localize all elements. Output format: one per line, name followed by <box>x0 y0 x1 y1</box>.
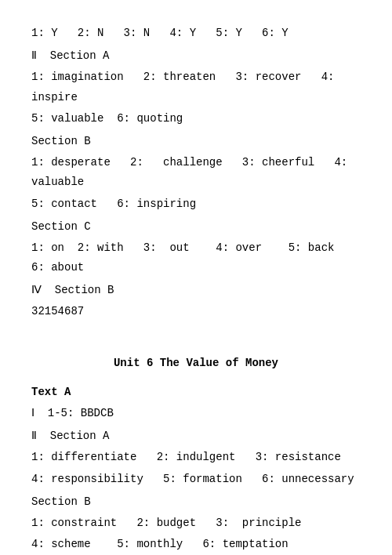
sectionC-label: Section C <box>31 217 361 237</box>
roman1-line: Ⅰ 1-5: BBDCB <box>31 404 361 423</box>
sectionA-line2: 5: valuable 6: quoting <box>31 109 361 129</box>
sectionC-line1: 1: on 2: with 3: out 4: over 5: back 6: … <box>31 238 361 278</box>
cur-sectionA-line1: 1: differentiate 2: indulgent 3: resista… <box>31 448 361 467</box>
sectionB-line2: 5: contact 6: inspiring <box>31 194 361 214</box>
cur-sectionA-line2: 4: responsibility 5: formation 6: unnece… <box>31 470 361 489</box>
code-line: 32154687 <box>31 302 361 321</box>
prev-section: 1: Y 2: N 3: N 4: Y 5: Y 6: Y Ⅱ Section … <box>31 24 361 322</box>
roman4-heading: Ⅳ Section B <box>31 281 361 300</box>
sectionB-label: Section B <box>31 132 361 151</box>
sectionA-line1: 1: imagination 2: threaten 3: recover 4:… <box>31 67 361 107</box>
sectionB-line1: 1: desperate 2: challenge 3: cheerful 4:… <box>31 153 361 192</box>
cur-sectionB-label: Section B <box>31 492 361 512</box>
roman2-heading: Ⅱ Section A <box>31 46 361 66</box>
cur-roman2-heading: Ⅱ Section A <box>31 426 361 446</box>
text-label: Text A <box>31 383 361 402</box>
unit-title: Unit 6 The Value of Money <box>31 354 361 373</box>
yn-answers: 1: Y 2: N 3: N 4: Y 5: Y 6: Y <box>31 24 361 43</box>
cur-sectionB-line2: 4: scheme 5: monthly 6: temptation <box>31 535 361 554</box>
cur-section: Text A Ⅰ 1-5: BBDCB Ⅱ Section A 1: diffe… <box>31 383 361 555</box>
cur-sectionB-line1: 1: constraint 2: budget 3: principle <box>31 513 361 533</box>
